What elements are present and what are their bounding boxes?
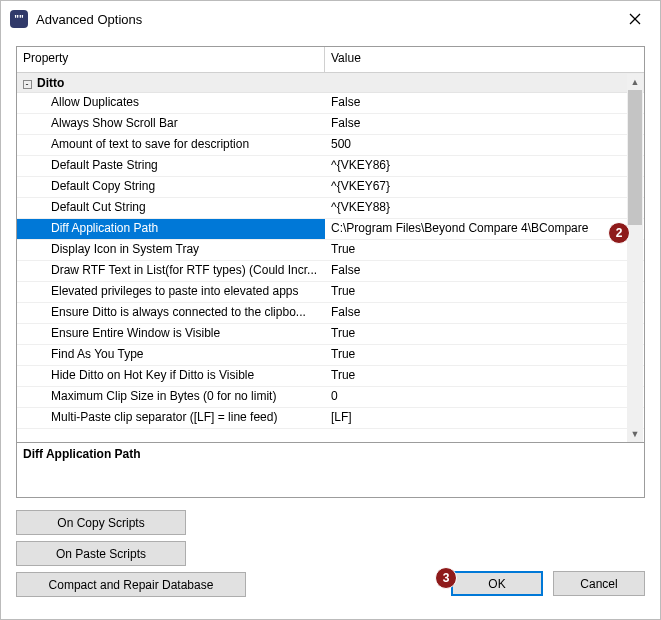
property-value[interactable]: ^{VKEY67} xyxy=(325,177,644,197)
on-paste-scripts-button[interactable]: On Paste Scripts xyxy=(16,541,186,566)
property-name: Ensure Entire Window is Visible xyxy=(17,324,325,344)
vertical-scrollbar[interactable]: ▲ ▼ xyxy=(627,74,643,442)
property-name: Ensure Ditto is always connected to the … xyxy=(17,303,325,323)
property-name: Always Show Scroll Bar xyxy=(17,114,325,134)
property-grid: Property Value - Ditto Allow DuplicatesF… xyxy=(16,46,645,443)
property-value[interactable]: 500 xyxy=(325,135,644,155)
scroll-up-icon[interactable]: ▲ xyxy=(627,74,643,90)
description-panel: Diff Application Path xyxy=(16,443,645,498)
property-value[interactable]: C:\Program Files\Beyond Compare 4\BCompa… xyxy=(325,219,644,239)
property-row[interactable]: Default Cut String^{VKEY88} xyxy=(17,198,644,219)
annotation-badge-2: 2 xyxy=(608,222,630,244)
property-name: Default Copy String xyxy=(17,177,325,197)
scroll-down-icon[interactable]: ▼ xyxy=(627,426,643,442)
property-row[interactable]: Amount of text to save for description50… xyxy=(17,135,644,156)
property-row[interactable]: Ensure Entire Window is VisibleTrue xyxy=(17,324,644,345)
property-value[interactable]: True xyxy=(325,366,644,386)
property-name: Draw RTF Text in List(for RTF types) (Co… xyxy=(17,261,325,281)
close-icon[interactable] xyxy=(619,5,651,33)
property-row[interactable]: Elevated privileges to paste into elevat… xyxy=(17,282,644,303)
collapse-icon[interactable]: - xyxy=(17,76,37,90)
property-name: Default Cut String xyxy=(17,198,325,218)
grid-header: Property Value xyxy=(17,47,644,73)
property-row[interactable]: Diff Application PathC:\Program Files\Be… xyxy=(17,219,644,240)
property-value[interactable]: False xyxy=(325,114,644,134)
property-row[interactable]: Maximum Clip Size in Bytes (0 for no lim… xyxy=(17,387,644,408)
grid-body: - Ditto Allow DuplicatesFalseAlways Show… xyxy=(17,73,644,442)
content-area: Property Value - Ditto Allow DuplicatesF… xyxy=(2,36,659,611)
property-value[interactable]: True xyxy=(325,240,644,260)
property-row[interactable]: Allow DuplicatesFalse xyxy=(17,93,644,114)
property-name: Diff Application Path xyxy=(17,219,325,239)
property-name: Default Paste String xyxy=(17,156,325,176)
window-title: Advanced Options xyxy=(36,12,619,27)
property-value[interactable]: True xyxy=(325,282,644,302)
property-value[interactable]: False xyxy=(325,303,644,323)
app-icon: "" xyxy=(10,10,28,28)
category-row[interactable]: - Ditto xyxy=(17,73,644,93)
scroll-thumb[interactable] xyxy=(628,90,642,225)
category-label: Ditto xyxy=(37,76,64,90)
property-name: Display Icon in System Tray xyxy=(17,240,325,260)
scroll-track[interactable] xyxy=(627,90,643,426)
compact-repair-button[interactable]: Compact and Repair Database xyxy=(16,572,246,597)
property-row[interactable]: Hide Ditto on Hot Key if Ditto is Visibl… xyxy=(17,366,644,387)
property-row[interactable]: Ensure Ditto is always connected to the … xyxy=(17,303,644,324)
annotation-badge-3: 3 xyxy=(435,567,457,589)
property-name: Maximum Clip Size in Bytes (0 for no lim… xyxy=(17,387,325,407)
left-button-group: On Copy Scripts On Paste Scripts Compact… xyxy=(16,510,246,597)
on-copy-scripts-button[interactable]: On Copy Scripts xyxy=(16,510,186,535)
property-value[interactable]: False xyxy=(325,261,644,281)
property-name: Allow Duplicates xyxy=(17,93,325,113)
property-row[interactable]: Multi-Paste clip separator ([LF] = line … xyxy=(17,408,644,429)
property-row[interactable]: Always Show Scroll BarFalse xyxy=(17,114,644,135)
description-title: Diff Application Path xyxy=(23,447,638,461)
cancel-button[interactable]: Cancel xyxy=(553,571,645,596)
property-value[interactable]: ^{VKEY88} xyxy=(325,198,644,218)
property-row[interactable]: Find As You TypeTrue xyxy=(17,345,644,366)
property-name: Multi-Paste clip separator ([LF] = line … xyxy=(17,408,325,428)
right-button-group: OK Cancel xyxy=(451,571,645,596)
column-header-property[interactable]: Property xyxy=(17,47,325,72)
property-name: Amount of text to save for description xyxy=(17,135,325,155)
titlebar: "" Advanced Options xyxy=(2,2,659,36)
property-row[interactable]: Draw RTF Text in List(for RTF types) (Co… xyxy=(17,261,644,282)
property-row[interactable]: Default Copy String^{VKEY67} xyxy=(17,177,644,198)
column-header-value[interactable]: Value xyxy=(325,47,644,72)
property-name: Find As You Type xyxy=(17,345,325,365)
property-value[interactable]: False xyxy=(325,93,644,113)
property-value[interactable]: 0 xyxy=(325,387,644,407)
ok-button[interactable]: OK xyxy=(451,571,543,596)
property-row[interactable]: Default Paste String^{VKEY86} xyxy=(17,156,644,177)
property-name: Elevated privileges to paste into elevat… xyxy=(17,282,325,302)
property-row[interactable]: Display Icon in System TrayTrue xyxy=(17,240,644,261)
property-value[interactable]: True xyxy=(325,345,644,365)
buttons-area: On Copy Scripts On Paste Scripts Compact… xyxy=(16,510,645,597)
property-value[interactable]: ^{VKEY86} xyxy=(325,156,644,176)
property-value[interactable]: [LF] xyxy=(325,408,644,428)
advanced-options-window: "" Advanced Options Property Value - Dit… xyxy=(0,0,661,620)
property-value[interactable]: True xyxy=(325,324,644,344)
property-name: Hide Ditto on Hot Key if Ditto is Visibl… xyxy=(17,366,325,386)
